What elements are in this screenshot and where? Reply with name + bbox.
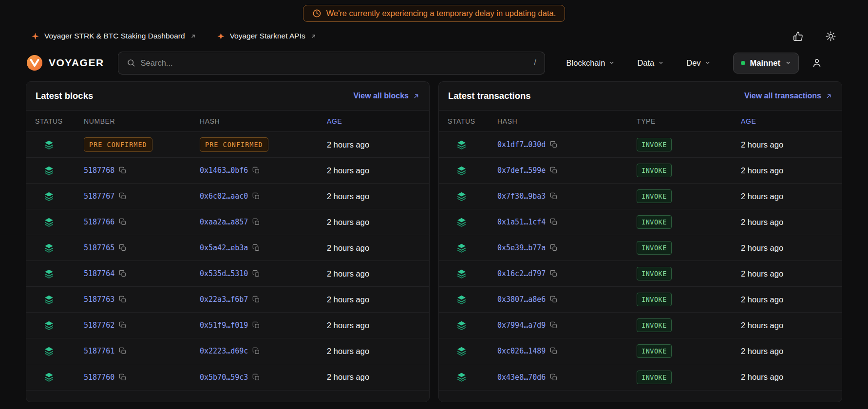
network-status-dot [741, 61, 745, 65]
view-all-blocks-link[interactable]: View all blocks [353, 92, 420, 100]
promo-link-starknet-apis[interactable]: Voyager Starknet APIs [217, 32, 317, 40]
block-number-link[interactable]: 5187764 [84, 269, 114, 278]
transaction-hash-link[interactable]: 0x7f30…9ba3 [497, 192, 546, 201]
block-number-link[interactable]: 5187762 [84, 321, 114, 330]
transaction-hash-cell: 0x1df7…030d [497, 140, 637, 149]
copy-button[interactable] [252, 296, 260, 303]
block-hash-link[interactable]: 0xaa2a…a857 [200, 218, 248, 226]
transaction-hash-cell: 0x3807…a8e6 [497, 295, 637, 304]
block-hash-link[interactable]: 0x51f9…f019 [200, 321, 248, 330]
copy-button[interactable] [550, 141, 558, 149]
copy-button[interactable] [550, 192, 558, 200]
block-status-icon [44, 295, 54, 305]
block-number-link[interactable]: 5187763 [84, 295, 114, 304]
search-bar[interactable]: / [118, 52, 545, 74]
transaction-hash-link[interactable]: 0x5e39…b77a [497, 243, 546, 252]
copy-button[interactable] [252, 347, 260, 355]
transaction-hash-link[interactable]: 0x7def…599e [497, 166, 546, 175]
copy-button[interactable] [550, 218, 558, 226]
copy-icon [550, 373, 558, 381]
delay-banner-text: We're currently experiencing a temporary… [326, 9, 556, 18]
block-hash-link[interactable]: 0x1463…0bf6 [200, 166, 248, 175]
like-button[interactable] [793, 31, 803, 41]
nav-label: Data [637, 58, 654, 68]
search-shortcut-hint: / [534, 58, 536, 67]
person-icon [811, 57, 822, 68]
block-hash-link[interactable]: 0x535d…5310 [200, 269, 248, 278]
copy-button[interactable] [550, 373, 558, 381]
transaction-hash-cell: 0x1a51…1cf4 [497, 218, 637, 226]
block-hash-link[interactable]: 0x5a42…eb3a [200, 243, 248, 252]
copy-button[interactable] [550, 270, 558, 278]
copy-button[interactable] [119, 244, 127, 252]
block-number-link[interactable]: 5187767 [84, 192, 114, 201]
nav-blockchain[interactable]: Blockchain [566, 58, 615, 68]
block-number-link[interactable]: 5187760 [84, 373, 114, 382]
copy-icon [119, 218, 127, 226]
block-age: 2 hours ago [327, 140, 420, 149]
col-age[interactable]: AGE [741, 117, 833, 125]
block-number-link[interactable]: 5187768 [84, 166, 114, 175]
transaction-status-cell [448, 269, 497, 279]
transaction-row: 0x43e8…70d6 INVOKE 2 hours ago [439, 364, 842, 390]
block-number-link[interactable]: 5187761 [84, 347, 114, 355]
copy-button[interactable] [550, 347, 558, 355]
copy-button[interactable] [550, 167, 558, 174]
col-age[interactable]: AGE [327, 117, 420, 125]
copy-button[interactable] [252, 218, 260, 226]
copy-button[interactable] [119, 270, 127, 278]
block-hash-cell: 0x5b70…59c3 [200, 373, 327, 382]
block-number-cell: 5187768 [84, 166, 200, 175]
block-hash-link[interactable]: 0x6c02…aac0 [200, 192, 248, 201]
promo-link-staking-dashboard[interactable]: Voyager STRK & BTC Staking Dashboard [31, 32, 196, 40]
transaction-hash-link[interactable]: 0x16c2…d797 [497, 269, 546, 278]
nav-data[interactable]: Data [637, 58, 664, 68]
copy-button[interactable] [252, 192, 260, 200]
copy-button[interactable] [550, 296, 558, 303]
block-hash-link[interactable]: 0x5b70…59c3 [200, 373, 248, 382]
copy-button[interactable] [119, 192, 127, 200]
copy-button[interactable] [252, 244, 260, 252]
transaction-hash-cell: 0xc026…1489 [497, 347, 637, 355]
transaction-status-icon [456, 269, 467, 279]
copy-button[interactable] [252, 270, 260, 278]
transaction-hash-link[interactable]: 0xc026…1489 [497, 347, 546, 355]
transaction-hash-link[interactable]: 0x7994…a7d9 [497, 321, 546, 330]
nav-dev[interactable]: Dev [686, 58, 710, 68]
copy-button[interactable] [119, 218, 127, 226]
voyager-logo[interactable]: VOYAGER [26, 54, 104, 72]
transaction-row: 0x16c2…d797 INVOKE 2 hours ago [439, 261, 842, 287]
col-type: TYPE [637, 117, 741, 125]
copy-button[interactable] [252, 321, 260, 329]
copy-button[interactable] [119, 321, 127, 329]
profile-button[interactable] [811, 57, 822, 68]
block-hash-cell: 0x535d…5310 [200, 269, 327, 278]
transaction-hash-link[interactable]: 0x1df7…030d [497, 140, 546, 149]
transaction-hash-link[interactable]: 0x1a51…1cf4 [497, 218, 546, 226]
view-all-transactions-link[interactable]: View all transactions [744, 92, 832, 100]
transaction-type-badge: INVOKE [637, 138, 672, 151]
block-hash-link[interactable]: 0x2223…d69c [200, 347, 248, 355]
thumbs-up-icon [793, 31, 803, 41]
block-hash-link[interactable]: 0x22a3…f6b7 [200, 295, 248, 304]
copy-button[interactable] [252, 373, 260, 381]
copy-button[interactable] [550, 244, 558, 252]
copy-button[interactable] [252, 167, 260, 174]
banner-row: We're currently experiencing a temporary… [0, 0, 868, 22]
copy-button[interactable] [119, 167, 127, 174]
transaction-hash-link[interactable]: 0x3807…a8e6 [497, 295, 546, 304]
search-input[interactable] [141, 58, 529, 68]
network-selector[interactable]: Mainnet [733, 53, 799, 74]
transaction-hash-cell: 0x16c2…d797 [497, 269, 637, 278]
block-number-link[interactable]: 5187765 [84, 243, 114, 252]
transaction-type-cell: INVOKE [637, 140, 741, 149]
copy-button[interactable] [119, 296, 127, 303]
copy-button[interactable] [550, 321, 558, 329]
transaction-hash-link[interactable]: 0x43e8…70d6 [497, 373, 546, 382]
block-status-cell [35, 243, 84, 253]
transaction-hash-cell: 0x43e8…70d6 [497, 373, 637, 382]
copy-button[interactable] [119, 347, 127, 355]
theme-toggle-button[interactable] [826, 31, 836, 41]
copy-button[interactable] [119, 373, 127, 381]
block-number-link[interactable]: 5187766 [84, 218, 114, 226]
